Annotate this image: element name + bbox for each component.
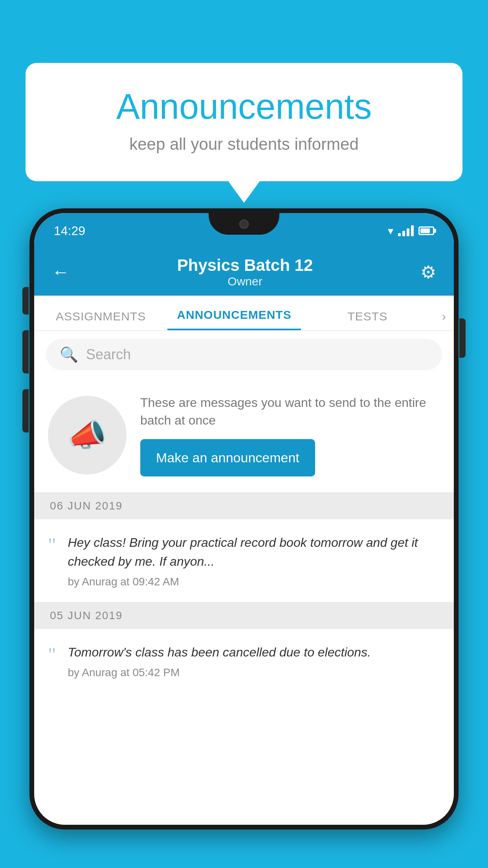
announcement-text-1: Hey class! Bring your practical record b… [68,533,440,571]
phone-side-btn-left-2 [22,330,29,373]
tab-more[interactable]: › [434,310,454,330]
announcement-text-2: Tomorrow's class has been cancelled due … [68,643,440,662]
announcement-right: These are messages you want to send to t… [140,394,440,476]
phone-notch [209,213,279,235]
speech-bubble-section: Announcements keep all your students inf… [26,63,462,203]
tabs-bar: ASSIGNMENTS ANNOUNCEMENTS TESTS › [34,296,454,331]
phone-side-btn-left-1 [22,287,29,314]
tab-announcements[interactable]: ANNOUNCEMENTS [167,296,301,330]
phone-side-btn-right [459,318,466,358]
speech-bubble-card: Announcements keep all your students inf… [26,63,462,181]
tab-tests[interactable]: TESTS [301,296,434,330]
announcement-description: These are messages you want to send to t… [140,394,440,429]
wifi-icon: ▾ [388,224,393,237]
announcement-icon-circle: 📣 [48,396,127,474]
signal-bar-1 [398,233,401,236]
speech-bubble-tail [228,181,260,203]
status-time: 14:29 [54,224,85,238]
status-bar: 14:29 ▾ [34,213,454,248]
announcement-content-2: Tomorrow's class has been cancelled due … [68,643,440,679]
search-bar-wrapper: 🔍 Search [34,331,454,378]
header-title-block: Physics Batch 12 Owner [177,256,313,288]
signal-bar-2 [402,231,405,236]
phone-screen: 14:29 ▾ [34,213,454,825]
status-icons: ▾ [388,224,434,237]
speech-bubble-title: Announcements [57,86,431,127]
batch-title: Physics Batch 12 [177,256,313,275]
battery-fill [420,228,430,233]
camera-dot [239,219,249,229]
signal-icon [398,225,414,236]
tab-assignments[interactable]: ASSIGNMENTS [34,296,167,330]
quote-icon-1: " [48,535,56,555]
search-bar[interactable]: 🔍 Search [46,339,442,370]
announcement-content-1: Hey class! Bring your practical record b… [68,533,440,588]
announcement-prompt: 📣 These are messages you want to send to… [34,378,454,493]
search-placeholder: Search [86,346,131,363]
make-announcement-button[interactable]: Make an announcement [140,439,315,476]
signal-bar-3 [407,228,409,236]
batch-subtitle: Owner [177,275,313,288]
announcement-item-2[interactable]: " Tomorrow's class has been cancelled du… [34,629,454,693]
settings-icon[interactable]: ⚙ [420,262,436,283]
search-icon: 🔍 [60,346,78,363]
speech-bubble-subtitle: keep all your students informed [57,135,431,154]
phone-wrapper: 14:29 ▾ [29,208,459,868]
megaphone-icon: 📣 [68,417,107,454]
announcement-meta-2: by Anurag at 05:42 PM [68,666,440,679]
back-button[interactable]: ← [52,262,70,282]
phone-side-btn-left-3 [22,389,29,432]
announcement-item-1[interactable]: " Hey class! Bring your practical record… [34,519,454,602]
announcement-meta-1: by Anurag at 09:42 AM [68,576,440,588]
date-separator-1: 06 JUN 2019 [34,493,454,519]
phone-frame: 14:29 ▾ [29,208,459,829]
battery-icon [418,226,434,235]
app-header: ← Physics Batch 12 Owner ⚙ [34,248,454,296]
signal-bar-4 [411,225,414,236]
date-separator-2: 05 JUN 2019 [34,602,454,629]
quote-icon-2: " [48,645,56,664]
